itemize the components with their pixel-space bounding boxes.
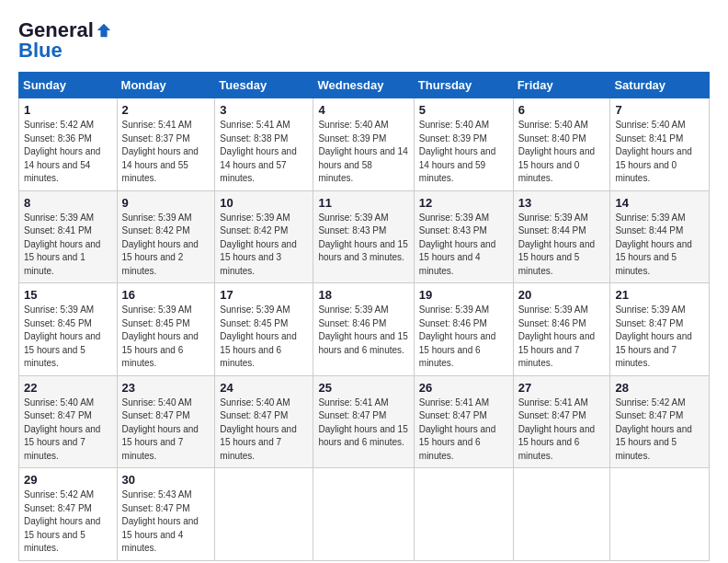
day-number: 26: [419, 381, 508, 395]
day-info: Sunrise: 5:43 AM Sunset: 8:47 PM Dayligh…: [122, 488, 210, 556]
calendar-cell: 27 Sunrise: 5:41 AM Sunset: 8:47 PM Dayl…: [513, 375, 610, 468]
day-info: Sunrise: 5:42 AM Sunset: 8:47 PM Dayligh…: [24, 488, 112, 556]
day-number: 19: [419, 288, 508, 302]
day-info: Sunrise: 5:39 AM Sunset: 8:45 PM Dayligh…: [122, 304, 210, 371]
day-info: Sunrise: 5:39 AM Sunset: 8:44 PM Dayligh…: [615, 212, 704, 279]
day-info: Sunrise: 5:42 AM Sunset: 8:47 PM Dayligh…: [615, 396, 704, 464]
calendar-cell: 13 Sunrise: 5:39 AM Sunset: 8:44 PM Dayl…: [513, 190, 610, 283]
calendar-cell: 26 Sunrise: 5:41 AM Sunset: 8:47 PM Dayl…: [414, 375, 513, 468]
calendar-week-row: 15 Sunrise: 5:39 AM Sunset: 8:45 PM Dayl…: [19, 283, 710, 376]
calendar-cell: 4 Sunrise: 5:40 AM Sunset: 8:39 PM Dayli…: [313, 98, 414, 191]
calendar-cell: 28 Sunrise: 5:42 AM Sunset: 8:47 PM Dayl…: [610, 375, 710, 468]
day-info: Sunrise: 5:40 AM Sunset: 8:47 PM Dayligh…: [122, 396, 210, 464]
day-info: Sunrise: 5:42 AM Sunset: 8:36 PM Dayligh…: [24, 119, 112, 186]
calendar-cell: 25 Sunrise: 5:41 AM Sunset: 8:47 PM Dayl…: [313, 375, 414, 468]
calendar-cell: 21 Sunrise: 5:39 AM Sunset: 8:47 PM Dayl…: [610, 283, 710, 376]
col-header-monday: Monday: [117, 73, 215, 98]
calendar-cell: 3 Sunrise: 5:41 AM Sunset: 8:38 PM Dayli…: [215, 98, 313, 191]
day-number: 5: [419, 103, 508, 117]
day-info: Sunrise: 5:41 AM Sunset: 8:47 PM Dayligh…: [318, 396, 408, 450]
calendar-cell: [313, 468, 414, 561]
day-number: 24: [220, 381, 308, 395]
day-info: Sunrise: 5:39 AM Sunset: 8:42 PM Dayligh…: [220, 212, 308, 279]
day-number: 17: [220, 288, 308, 302]
calendar-cell: 10 Sunrise: 5:39 AM Sunset: 8:42 PM Dayl…: [215, 190, 313, 283]
calendar-cell: [610, 468, 710, 561]
calendar-cell: 30 Sunrise: 5:43 AM Sunset: 8:47 PM Dayl…: [117, 468, 215, 561]
calendar-cell: 22 Sunrise: 5:40 AM Sunset: 8:47 PM Dayl…: [19, 375, 118, 468]
calendar-cell: 5 Sunrise: 5:40 AM Sunset: 8:39 PM Dayli…: [414, 98, 513, 191]
day-number: 21: [615, 288, 704, 302]
day-info: Sunrise: 5:39 AM Sunset: 8:42 PM Dayligh…: [122, 212, 210, 279]
day-number: 20: [518, 288, 606, 302]
day-number: 12: [419, 196, 508, 210]
calendar-week-row: 22 Sunrise: 5:40 AM Sunset: 8:47 PM Dayl…: [19, 375, 710, 468]
day-number: 2: [122, 103, 210, 117]
day-number: 25: [318, 381, 408, 395]
day-info: Sunrise: 5:41 AM Sunset: 8:37 PM Dayligh…: [122, 119, 210, 186]
day-number: 8: [24, 196, 112, 210]
day-info: Sunrise: 5:39 AM Sunset: 8:45 PM Dayligh…: [24, 304, 112, 371]
calendar-cell: 1 Sunrise: 5:42 AM Sunset: 8:36 PM Dayli…: [19, 98, 118, 191]
day-number: 9: [122, 196, 210, 210]
day-info: Sunrise: 5:40 AM Sunset: 8:39 PM Dayligh…: [419, 119, 508, 186]
day-number: 10: [220, 196, 308, 210]
calendar-cell: 19 Sunrise: 5:39 AM Sunset: 8:46 PM Dayl…: [414, 283, 513, 376]
calendar-cell: 18 Sunrise: 5:39 AM Sunset: 8:46 PM Dayl…: [313, 283, 414, 376]
day-info: Sunrise: 5:39 AM Sunset: 8:46 PM Dayligh…: [419, 304, 508, 371]
calendar-cell: 20 Sunrise: 5:39 AM Sunset: 8:46 PM Dayl…: [513, 283, 610, 376]
col-header-thursday: Thursday: [414, 73, 513, 98]
day-info: Sunrise: 5:39 AM Sunset: 8:46 PM Dayligh…: [518, 304, 606, 371]
day-number: 1: [24, 103, 112, 117]
calendar-cell: 15 Sunrise: 5:39 AM Sunset: 8:45 PM Dayl…: [19, 283, 118, 376]
calendar-cell: 2 Sunrise: 5:41 AM Sunset: 8:37 PM Dayli…: [117, 98, 215, 191]
calendar-week-row: 1 Sunrise: 5:42 AM Sunset: 8:36 PM Dayli…: [19, 98, 710, 191]
day-info: Sunrise: 5:39 AM Sunset: 8:41 PM Dayligh…: [24, 212, 112, 279]
col-header-sunday: Sunday: [19, 73, 118, 98]
calendar-cell: 12 Sunrise: 5:39 AM Sunset: 8:43 PM Dayl…: [414, 190, 513, 283]
logo-blue-text: Blue: [18, 39, 63, 63]
calendar-cell: 11 Sunrise: 5:39 AM Sunset: 8:43 PM Dayl…: [313, 190, 414, 283]
calendar-cell: 7 Sunrise: 5:40 AM Sunset: 8:41 PM Dayli…: [610, 98, 710, 191]
day-info: Sunrise: 5:39 AM Sunset: 8:45 PM Dayligh…: [220, 304, 308, 371]
calendar-body: 1 Sunrise: 5:42 AM Sunset: 8:36 PM Dayli…: [19, 98, 710, 561]
col-header-saturday: Saturday: [610, 73, 710, 98]
calendar-week-row: 29 Sunrise: 5:42 AM Sunset: 8:47 PM Dayl…: [19, 468, 710, 561]
calendar-cell: 24 Sunrise: 5:40 AM Sunset: 8:47 PM Dayl…: [215, 375, 313, 468]
day-info: Sunrise: 5:41 AM Sunset: 8:47 PM Dayligh…: [419, 396, 508, 464]
day-number: 7: [615, 103, 704, 117]
calendar-week-row: 8 Sunrise: 5:39 AM Sunset: 8:41 PM Dayli…: [19, 190, 710, 283]
calendar-table: SundayMondayTuesdayWednesdayThursdayFrid…: [18, 72, 710, 561]
calendar-cell: 8 Sunrise: 5:39 AM Sunset: 8:41 PM Dayli…: [19, 190, 118, 283]
calendar-cell: 9 Sunrise: 5:39 AM Sunset: 8:42 PM Dayli…: [117, 190, 215, 283]
day-number: 22: [24, 381, 112, 395]
day-number: 15: [24, 288, 112, 302]
svg-marker-0: [97, 24, 110, 37]
calendar-cell: 17 Sunrise: 5:39 AM Sunset: 8:45 PM Dayl…: [215, 283, 313, 376]
calendar-cell: 23 Sunrise: 5:40 AM Sunset: 8:47 PM Dayl…: [117, 375, 215, 468]
day-info: Sunrise: 5:40 AM Sunset: 8:47 PM Dayligh…: [220, 396, 308, 464]
day-info: Sunrise: 5:40 AM Sunset: 8:47 PM Dayligh…: [24, 396, 112, 464]
day-number: 18: [318, 288, 408, 302]
day-info: Sunrise: 5:39 AM Sunset: 8:44 PM Dayligh…: [518, 212, 606, 279]
calendar-cell: 29 Sunrise: 5:42 AM Sunset: 8:47 PM Dayl…: [19, 468, 118, 561]
day-number: 27: [518, 381, 606, 395]
day-info: Sunrise: 5:40 AM Sunset: 8:41 PM Dayligh…: [615, 119, 704, 186]
calendar-header-row: SundayMondayTuesdayWednesdayThursdayFrid…: [19, 73, 710, 98]
day-number: 6: [518, 103, 606, 117]
day-number: 11: [318, 196, 408, 210]
day-info: Sunrise: 5:39 AM Sunset: 8:43 PM Dayligh…: [419, 212, 508, 279]
calendar-cell: [215, 468, 313, 561]
day-number: 16: [122, 288, 210, 302]
calendar-cell: 14 Sunrise: 5:39 AM Sunset: 8:44 PM Dayl…: [610, 190, 710, 283]
logo-icon: [96, 22, 112, 39]
col-header-tuesday: Tuesday: [215, 73, 313, 98]
logo: General Blue: [18, 18, 112, 63]
day-number: 4: [318, 103, 408, 117]
calendar-cell: [513, 468, 610, 561]
day-info: Sunrise: 5:39 AM Sunset: 8:46 PM Dayligh…: [318, 304, 408, 357]
day-number: 14: [615, 196, 704, 210]
col-header-friday: Friday: [513, 73, 610, 98]
day-info: Sunrise: 5:39 AM Sunset: 8:47 PM Dayligh…: [615, 304, 704, 371]
day-info: Sunrise: 5:40 AM Sunset: 8:40 PM Dayligh…: [518, 119, 606, 186]
